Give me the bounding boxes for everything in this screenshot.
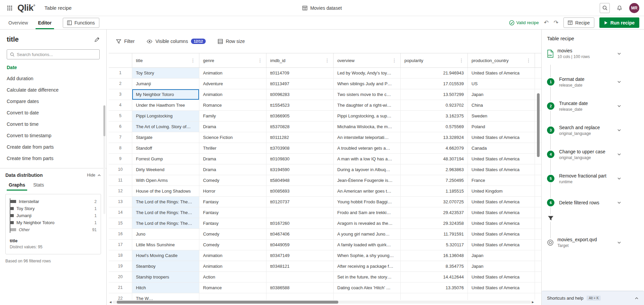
cell-overview[interactable]: Jean-Étienne Fougerole is… [334,175,401,186]
cell-production-country[interactable] [468,293,535,300]
cell-genre[interactable]: Action [199,272,266,282]
distribution-bar-row[interactable]: Jumanji 1 [10,213,97,218]
cell-production-country[interactable]: France [468,175,535,186]
column-header[interactable]: overview ⋮ [334,53,401,67]
cell-imdb-id[interactable]: tt0467406 [266,229,334,239]
distribution-tab[interactable]: Stats [30,179,47,191]
recipe-step[interactable]: 2 Truncate date release_date [542,94,644,118]
filter-button[interactable]: Filter [116,39,135,44]
cell-popularity[interactable]: 29.324358 [401,218,468,228]
cell-title[interactable]: Steamboy [132,261,199,271]
cell-title[interactable]: Howl's Moving Castle [132,250,199,261]
cell-title[interactable]: Standoff [132,143,199,153]
visible-columns-button[interactable]: Visible columns 12/12 [147,39,206,44]
cell-popularity[interactable]: 8.354775 [401,261,468,271]
cell-popularity[interactable]: 48.307194 [401,154,468,164]
cell-production-country[interactable]: United States of America [468,283,535,293]
hide-distribution-button[interactable]: Hide [87,173,101,177]
cell-production-country[interactable]: Sweden [468,111,535,121]
recipe-step[interactable]: 6 Delete filtered rows [542,191,644,215]
undo-button[interactable]: ↶ [544,20,549,26]
cell-production-country[interactable]: United Kingdom [468,186,535,196]
cell-title[interactable]: The Art of Loving. Story of… [132,121,199,132]
cell-genre[interactable] [199,293,266,300]
function-list-item[interactable]: Convert to date [0,107,106,118]
chevron-down-icon[interactable] [617,201,621,205]
cell-title[interactable]: With Open Arms [132,175,199,186]
cell-genre[interactable]: Drama [199,164,266,175]
chevron-down-icon[interactable] [617,128,621,132]
cell-title[interactable]: The Lord of the Rings: The… [132,207,199,218]
horizontal-scrollbar-thumb[interactable] [117,301,339,304]
cell-imdb-id[interactable]: tt1554523 [266,100,334,110]
cell-genre[interactable]: Comedy [199,229,266,239]
chevron-down-icon[interactable] [617,241,621,245]
functions-button[interactable]: Functions [63,18,99,28]
cell-overview[interactable]: Michalina Wislocka, the m… [334,121,401,132]
cell-title[interactable]: Jumanji [132,79,199,89]
cell-production-country[interactable]: United States of America [468,68,535,78]
cell-popularity[interactable]: 0.923702 [401,100,468,110]
cell-overview[interactable]: Two sisters move to the c… [334,89,401,100]
cell-title[interactable]: House of the Long Shadows [132,186,199,196]
cell-popularity[interactable]: 29.423537 [401,207,468,218]
cell-title[interactable]: Dirty Weekend [132,164,199,175]
cell-genre[interactable]: Animation [199,261,266,271]
function-list-item[interactable]: Convert to time [0,118,106,130]
column-menu-icon[interactable]: ⋮ [459,58,464,63]
cell-genre[interactable]: Romance [199,100,266,110]
recipe-button[interactable]: Recipe [563,17,594,28]
cell-imdb-id[interactable]: tt3703908 [266,143,334,153]
cell-imdb-id[interactable]: tt5804948 [266,175,334,186]
cell-genre[interactable]: Animation [199,250,266,261]
dataset-selector[interactable]: Movies dataset [302,5,342,11]
cell-genre[interactable]: Animation [199,68,266,78]
cell-overview[interactable]: An interstellar teleportati… [334,132,401,143]
cell-genre[interactable]: Family [199,111,266,121]
cell-production-country[interactable]: United States of America [468,218,535,228]
column-header[interactable]: imdb_id ⋮ [266,53,334,67]
cell-production-country[interactable]: United States of America [468,197,535,207]
cell-popularity[interactable]: 11.791591 [401,229,468,239]
cell-popularity[interactable]: 21.946943 [401,68,468,78]
function-list-item[interactable]: Create date from parts [0,141,106,153]
cell-production-country[interactable]: United States of America [468,154,535,164]
cell-popularity[interactable]: 17.015539 [401,79,468,89]
column-menu-icon[interactable]: ⋮ [191,58,195,63]
function-list-item[interactable]: Add duration [0,73,106,84]
cell-title[interactable]: Starship troopers [132,272,199,282]
scroll-right-icon[interactable]: ▶ [532,301,534,304]
cell-popularity[interactable]: 1.185515 [401,186,468,196]
cell-overview[interactable]: During a layover in Albuq… [334,164,401,175]
cell-production-country[interactable]: United States of America [468,240,535,250]
cell-imdb-id[interactable]: tt0109830 [266,154,334,164]
cell-genre[interactable]: Horror [199,186,266,196]
cell-production-country[interactable]: United States of America [468,164,535,175]
cell-imdb-id[interactable]: tt0348121 [266,261,334,271]
cell-imdb-id[interactable]: tt0113497 [266,79,334,89]
app-launcher-button[interactable] [5,3,15,13]
cell-imdb-id[interactable]: tt0366905 [266,111,334,121]
cell-overview[interactable]: A man with a low IQ has a… [334,154,401,164]
cell-popularity[interactable]: 3.162375 [401,111,468,121]
distribution-bar-row[interactable]: Toy Story 1 [10,206,97,211]
cell-imdb-id[interactable]: tt5370828 [266,121,334,132]
cell-popularity[interactable]: 0.575569 [401,121,468,132]
cell-popularity[interactable]: 14.412644 [401,272,468,282]
cell-overview[interactable]: Aragorn is revealed as the… [334,218,401,228]
cell-imdb-id[interactable] [266,293,334,300]
column-menu-icon[interactable]: ⋮ [392,58,397,63]
column-header[interactable]: genre ⋮ [199,53,266,67]
cell-genre[interactable]: Animation [199,89,266,100]
recipe-step[interactable]: 1 Format date release_date [542,70,644,94]
cell-imdb-id[interactable]: tt0111282 [266,132,334,143]
cell-production-country[interactable]: Japan [468,261,535,271]
run-recipe-button[interactable]: Run recipe [599,17,639,28]
shortcuts-and-help-bar[interactable]: Shortcuts and help Alt + K [542,291,644,305]
functions-scrollbar[interactable] [103,105,105,214]
chevron-down-icon[interactable] [617,104,621,108]
cell-overview[interactable]: The daughter of a right-wi… [334,100,401,110]
horizontal-scrollbar[interactable]: ◀ ▶ [109,300,534,304]
target-dataset-item[interactable]: movies_export.qvd Target [542,234,644,251]
cell-production-country[interactable]: China [468,100,535,110]
